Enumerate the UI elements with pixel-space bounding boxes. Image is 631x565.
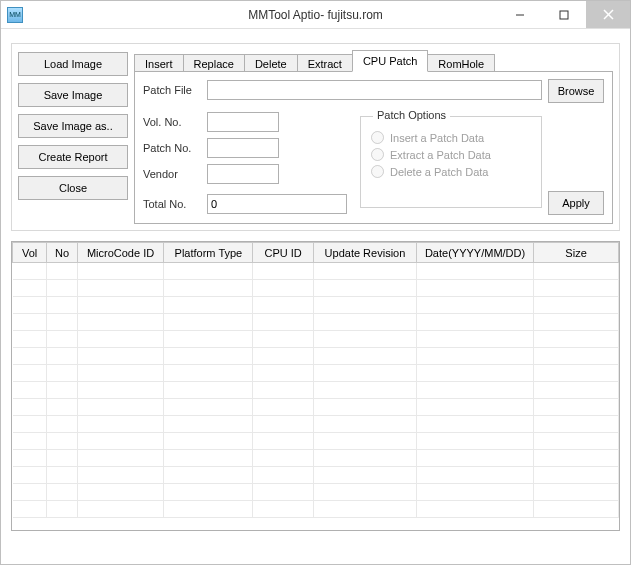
patch-options-legend: Patch Options bbox=[373, 109, 450, 121]
microcode-table[interactable]: Vol No MicroCode ID Platform Type CPU ID… bbox=[11, 241, 620, 531]
table-row[interactable] bbox=[13, 348, 619, 365]
side-buttons: Load Image Save Image Save Image as.. Cr… bbox=[18, 52, 128, 200]
radio-extract-label: Extract a Patch Data bbox=[390, 149, 491, 161]
patch-no-input[interactable] bbox=[207, 138, 279, 158]
table-row[interactable] bbox=[13, 399, 619, 416]
table-row[interactable] bbox=[13, 450, 619, 467]
col-cpu-id[interactable]: CPU ID bbox=[253, 243, 314, 263]
load-image-button[interactable]: Load Image bbox=[18, 52, 128, 76]
window-controls bbox=[498, 1, 630, 28]
table-row[interactable] bbox=[13, 467, 619, 484]
vendor-row: Vendor bbox=[143, 164, 279, 184]
total-no-input[interactable] bbox=[207, 194, 347, 214]
vendor-input[interactable] bbox=[207, 164, 279, 184]
patch-no-row: Patch No. bbox=[143, 138, 279, 158]
col-date[interactable]: Date(YYYY/MM/DD) bbox=[416, 243, 533, 263]
table-row[interactable] bbox=[13, 382, 619, 399]
minimize-button[interactable] bbox=[498, 1, 542, 28]
table-row[interactable] bbox=[13, 280, 619, 297]
table-row[interactable] bbox=[13, 297, 619, 314]
save-image-as-button[interactable]: Save Image as.. bbox=[18, 114, 128, 138]
radio-delete-input[interactable] bbox=[371, 165, 384, 178]
save-image-button[interactable]: Save Image bbox=[18, 83, 128, 107]
col-platform-type[interactable]: Platform Type bbox=[164, 243, 253, 263]
table-row[interactable] bbox=[13, 314, 619, 331]
tab-strip: Insert Replace Delete Extract CPU Patch … bbox=[134, 50, 495, 72]
app-icon: MM bbox=[7, 7, 23, 23]
patch-file-input[interactable] bbox=[207, 80, 542, 100]
vol-no-input[interactable] bbox=[207, 112, 279, 132]
titlebar: MM MMTool Aptio- fujitsu.rom bbox=[1, 1, 630, 29]
browse-button[interactable]: Browse bbox=[548, 79, 604, 103]
col-size[interactable]: Size bbox=[534, 243, 619, 263]
vendor-label: Vendor bbox=[143, 168, 207, 180]
apply-button[interactable]: Apply bbox=[548, 191, 604, 215]
patch-file-row: Patch File bbox=[143, 80, 542, 100]
col-update-revision[interactable]: Update Revision bbox=[313, 243, 416, 263]
tab-cpu-patch[interactable]: CPU Patch bbox=[352, 50, 428, 72]
close-button[interactable]: Close bbox=[18, 176, 128, 200]
vol-no-label: Vol. No. bbox=[143, 116, 207, 128]
table-row[interactable] bbox=[13, 484, 619, 501]
table-row[interactable] bbox=[13, 416, 619, 433]
cpu-patch-panel: Patch File Browse Vol. No. Patch No. Ven… bbox=[134, 71, 613, 224]
col-vol[interactable]: Vol bbox=[13, 243, 47, 263]
create-report-button[interactable]: Create Report bbox=[18, 145, 128, 169]
table-row[interactable] bbox=[13, 331, 619, 348]
table-header-row: Vol No MicroCode ID Platform Type CPU ID… bbox=[13, 243, 619, 263]
table-body bbox=[13, 263, 619, 518]
radio-delete-label: Delete a Patch Data bbox=[390, 166, 488, 178]
total-no-row: Total No. bbox=[143, 194, 347, 214]
patch-file-label: Patch File bbox=[143, 84, 207, 96]
vol-no-row: Vol. No. bbox=[143, 112, 279, 132]
col-no[interactable]: No bbox=[47, 243, 77, 263]
radio-insert-label: Insert a Patch Data bbox=[390, 132, 484, 144]
radio-delete-patch[interactable]: Delete a Patch Data bbox=[371, 165, 531, 178]
table-row[interactable] bbox=[13, 263, 619, 280]
client-area: Load Image Save Image Save Image as.. Cr… bbox=[1, 29, 630, 541]
radio-extract-patch[interactable]: Extract a Patch Data bbox=[371, 148, 531, 161]
col-microcode-id[interactable]: MicroCode ID bbox=[77, 243, 164, 263]
maximize-button[interactable] bbox=[542, 1, 586, 28]
radio-insert-input[interactable] bbox=[371, 131, 384, 144]
top-panel: Load Image Save Image Save Image as.. Cr… bbox=[11, 43, 620, 231]
total-no-label: Total No. bbox=[143, 198, 207, 210]
table-row[interactable] bbox=[13, 365, 619, 382]
patch-options-group: Patch Options Insert a Patch Data Extrac… bbox=[360, 116, 542, 208]
radio-insert-patch[interactable]: Insert a Patch Data bbox=[371, 131, 531, 144]
radio-extract-input[interactable] bbox=[371, 148, 384, 161]
close-window-button[interactable] bbox=[586, 1, 630, 28]
svg-rect-1 bbox=[560, 11, 568, 19]
patch-no-label: Patch No. bbox=[143, 142, 207, 154]
table-row[interactable] bbox=[13, 433, 619, 450]
table-row[interactable] bbox=[13, 501, 619, 518]
